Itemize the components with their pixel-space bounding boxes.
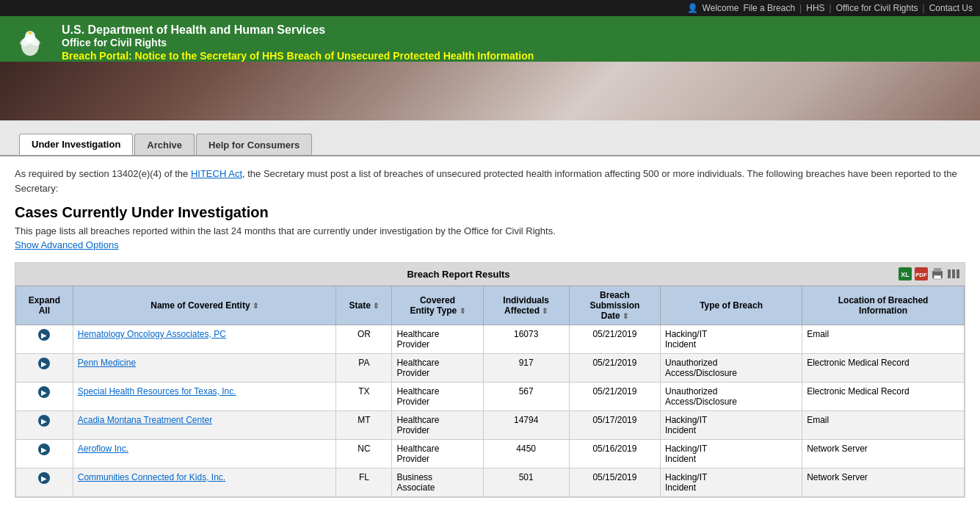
table-row: ▶ Communities Connected for Kids, Inc. F… bbox=[16, 468, 965, 497]
tab-bar-wrapper: Under Investigation Archive Help for Con… bbox=[0, 120, 980, 156]
col-header-expand[interactable]: ExpandAll bbox=[16, 286, 73, 325]
hhs-eagle-icon bbox=[12, 23, 48, 60]
svg-rect-26 bbox=[957, 269, 959, 278]
entity-link[interactable]: Acadia Montana Treatment Center bbox=[78, 415, 212, 425]
intro-paragraph: As required by section 13402(e)(4) of th… bbox=[15, 167, 965, 195]
breach-type-cell: Hacking/ITIncident bbox=[661, 325, 802, 354]
expand-cell: ▶ bbox=[16, 411, 73, 440]
separator: | bbox=[799, 3, 802, 13]
svg-point-6 bbox=[206, 80, 382, 117]
breach-date-cell: 05/21/2019 bbox=[569, 325, 660, 354]
col-header-breach-date[interactable]: BreachSubmissionDate ⇕ bbox=[569, 286, 660, 325]
ocr-name: Office for Civil Rights bbox=[62, 37, 534, 48]
entity-link[interactable]: Hematology Oncology Associates, PC bbox=[78, 329, 226, 339]
covered-type-cell: HealthcareProvider bbox=[392, 325, 483, 354]
location-cell: Email bbox=[802, 411, 965, 440]
expand-button[interactable]: ▶ bbox=[38, 444, 50, 455]
entity-link[interactable]: Special Health Resources for Texas, Inc. bbox=[78, 386, 236, 397]
col-header-breach-type: Type of Breach bbox=[661, 286, 802, 325]
svg-rect-14 bbox=[295, 107, 304, 113]
state-cell: PA bbox=[336, 354, 392, 383]
entity-link[interactable]: Aeroflow Inc. bbox=[78, 444, 128, 454]
contact-link[interactable]: Contact Us bbox=[929, 3, 973, 13]
location-cell: Electronic Medical Record bbox=[802, 354, 965, 383]
page-subtitle: This page lists all breaches reported wi… bbox=[15, 225, 965, 236]
breach-type-cell: Hacking/ITIncident bbox=[661, 411, 802, 440]
covered-type-cell: HealthcareProvider bbox=[392, 411, 483, 440]
columns-icon[interactable] bbox=[946, 267, 961, 281]
entity-name-cell: Acadia Montana Treatment Center bbox=[73, 411, 336, 440]
col-header-entity[interactable]: Name of Covered Entity ⇕ bbox=[73, 286, 336, 325]
table-header: ExpandAll Name of Covered Entity ⇕ State… bbox=[16, 286, 965, 325]
breach-type-cell: UnauthorizedAccess/Disclosure bbox=[661, 383, 802, 411]
hitech-link[interactable]: HITECH Act bbox=[191, 168, 242, 179]
breach-type-cell: UnauthorizedAccess/Disclosure bbox=[661, 354, 802, 383]
individuals-cell: 567 bbox=[483, 383, 569, 411]
expand-button[interactable]: ▶ bbox=[38, 329, 50, 341]
svg-rect-9 bbox=[220, 106, 661, 115]
svg-point-8 bbox=[418, 86, 609, 118]
content-body: As required by section 13402(e)(4) of th… bbox=[0, 156, 980, 508]
breach-date-cell: 05/21/2019 bbox=[569, 354, 660, 383]
expand-button[interactable]: ▶ bbox=[38, 415, 50, 427]
col-header-individuals[interactable]: IndividualsAffected ⇕ bbox=[483, 286, 569, 325]
header-text-area: U.S. Department of Health and Human Serv… bbox=[62, 23, 534, 62]
svg-text:PDF: PDF bbox=[915, 272, 927, 278]
svg-rect-13 bbox=[282, 107, 291, 113]
breach-report-table: ExpandAll Name of Covered Entity ⇕ State… bbox=[15, 286, 965, 497]
table-title: Breach Report Results bbox=[19, 269, 898, 280]
file-breach-link[interactable]: File a Breach bbox=[743, 3, 795, 13]
col-header-state[interactable]: State ⇕ bbox=[336, 286, 392, 325]
individuals-cell: 16073 bbox=[483, 325, 569, 354]
location-cell: Network Server bbox=[802, 440, 965, 468]
ocr-link[interactable]: Office for Civil Rights bbox=[836, 3, 918, 13]
svg-rect-16 bbox=[322, 107, 330, 113]
svg-rect-5 bbox=[0, 62, 980, 120]
table-row: ▶ Hematology Oncology Associates, PC OR … bbox=[16, 325, 965, 354]
tab-archive[interactable]: Archive bbox=[134, 134, 195, 155]
svg-rect-12 bbox=[269, 107, 277, 113]
breach-type-cell: Hacking/ITIncident bbox=[661, 468, 802, 497]
individuals-cell: 501 bbox=[483, 468, 569, 497]
svg-rect-24 bbox=[948, 269, 951, 278]
expand-cell: ▶ bbox=[16, 354, 73, 383]
tab-under-investigation[interactable]: Under Investigation bbox=[19, 134, 133, 155]
print-icon[interactable] bbox=[930, 267, 945, 281]
tab-help-for-consumers[interactable]: Help for Consumers bbox=[196, 134, 312, 155]
hhs-link[interactable]: HHS bbox=[806, 3, 824, 13]
expand-button[interactable]: ▶ bbox=[38, 358, 50, 369]
site-header: U.S. Department of Health and Human Serv… bbox=[0, 16, 980, 62]
table-row: ▶ Penn Medicine PA HealthcareProvider 91… bbox=[16, 354, 965, 383]
breach-report-table-wrapper: Breach Report Results XL PDF bbox=[15, 262, 965, 498]
breach-date-cell: 05/17/2019 bbox=[569, 411, 660, 440]
entity-name-cell: Penn Medicine bbox=[73, 354, 336, 383]
expand-button[interactable]: ▶ bbox=[38, 386, 50, 398]
entity-link[interactable]: Penn Medicine bbox=[78, 358, 136, 368]
breach-date-cell: 05/21/2019 bbox=[569, 383, 660, 411]
expand-cell: ▶ bbox=[16, 468, 73, 497]
svg-rect-22 bbox=[934, 268, 941, 272]
pdf-export-icon[interactable]: PDF bbox=[914, 267, 929, 281]
table-row: ▶ Acadia Montana Treatment Center MT Hea… bbox=[16, 411, 965, 440]
entity-name-cell: Communities Connected for Kids, Inc. bbox=[73, 468, 336, 497]
table-body: ▶ Hematology Oncology Associates, PC OR … bbox=[16, 325, 965, 497]
entity-link[interactable]: Communities Connected for Kids, Inc. bbox=[78, 472, 225, 482]
expand-button[interactable]: ▶ bbox=[38, 472, 50, 484]
page-title: Cases Currently Under Investigation bbox=[15, 204, 965, 221]
state-cell: OR bbox=[336, 325, 392, 354]
location-cell: Electronic Medical Record bbox=[802, 383, 965, 411]
separator3: | bbox=[923, 3, 925, 13]
state-cell: FL bbox=[336, 468, 392, 497]
col-header-covered-type[interactable]: CoveredEntity Type ⇕ bbox=[392, 286, 483, 325]
svg-rect-10 bbox=[242, 107, 251, 113]
show-advanced-link[interactable]: Show Advanced Options bbox=[15, 239, 119, 250]
excel-export-icon[interactable]: XL bbox=[898, 267, 912, 281]
individuals-cell: 917 bbox=[483, 354, 569, 383]
department-name: U.S. Department of Health and Human Serv… bbox=[62, 23, 534, 37]
svg-rect-11 bbox=[255, 107, 264, 113]
entity-name-cell: Special Health Resources for Texas, Inc. bbox=[73, 383, 336, 411]
covered-type-cell: HealthcareProvider bbox=[392, 440, 483, 468]
breach-type-cell: Hacking/ITIncident bbox=[661, 440, 802, 468]
state-cell: MT bbox=[336, 411, 392, 440]
entity-name-cell: Aeroflow Inc. bbox=[73, 440, 336, 468]
